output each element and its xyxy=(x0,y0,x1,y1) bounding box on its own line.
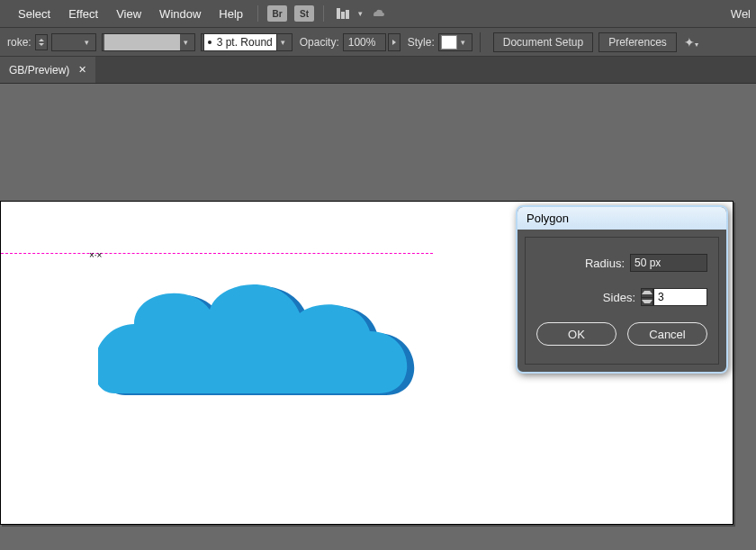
opacity-combo[interactable]: 100% xyxy=(343,33,386,51)
menu-help[interactable]: Help xyxy=(210,7,252,21)
brush-definition-combo[interactable]: 3 pt. Round ▾ xyxy=(201,33,292,51)
preferences-button[interactable]: Preferences xyxy=(598,32,677,52)
stroke-label: roke: xyxy=(7,36,32,49)
menu-window[interactable]: Window xyxy=(150,7,210,21)
sides-row: Sides: xyxy=(536,288,707,306)
brush-display: 3 pt. Round xyxy=(203,33,277,51)
variable-width-profile-combo[interactable]: ▾ xyxy=(102,33,195,51)
menu-select[interactable]: Select xyxy=(9,7,59,21)
radius-input[interactable] xyxy=(630,254,707,272)
menu-effect[interactable]: Effect xyxy=(59,7,107,21)
dialog-titlebar[interactable]: Polygon xyxy=(518,207,726,230)
menu-separator xyxy=(257,5,258,22)
radius-row: Radius: xyxy=(536,254,707,272)
control-separator xyxy=(480,32,481,52)
dialog-buttons: OK Cancel xyxy=(536,322,707,346)
sides-input[interactable] xyxy=(653,288,707,306)
stepper-down-icon[interactable] xyxy=(642,298,652,306)
stroke-weight-stepper[interactable] xyxy=(35,34,48,50)
style-label: Style: xyxy=(408,36,435,49)
cloud-artwork[interactable] xyxy=(98,247,426,400)
document-tab[interactable]: GB/Preview) ✕ xyxy=(0,57,95,83)
stepper-up-icon[interactable] xyxy=(642,289,652,298)
stock-icon[interactable]: St xyxy=(294,5,314,22)
close-tab-icon[interactable]: ✕ xyxy=(78,64,86,76)
main-menubar: Select Effect View Window Help Br St ▾ W… xyxy=(0,0,756,27)
control-bar: roke: ▾ ▾ 3 pt. Round ▾ Opacity: 100% St… xyxy=(0,27,756,57)
polygon-dialog: Polygon Radius: Sides: OK Cancel xyxy=(516,205,728,374)
chevron-down-icon[interactable]: ▾ xyxy=(358,9,363,18)
sides-label: Sides: xyxy=(603,291,635,304)
dialog-body: Radius: Sides: OK Cancel xyxy=(525,237,719,365)
opacity-label: Opacity: xyxy=(300,36,339,49)
menu-separator-2 xyxy=(323,5,324,22)
graphic-style-combo[interactable]: ▾ xyxy=(438,33,472,51)
cancel-button[interactable]: Cancel xyxy=(627,322,707,346)
workspace-switcher[interactable]: Wel xyxy=(725,7,756,21)
document-setup-button[interactable]: Document Setup xyxy=(493,32,593,52)
document-tab-title: GB/Preview) xyxy=(9,64,69,77)
bridge-icon[interactable]: Br xyxy=(267,5,287,22)
ok-button[interactable]: OK xyxy=(536,322,616,346)
document-tab-strip: GB/Preview) ✕ xyxy=(0,57,756,84)
align-flyout-icon[interactable]: ✦▾ xyxy=(684,35,698,50)
stroke-weight-combo[interactable]: ▾ xyxy=(51,33,96,51)
gpu-preview-icon[interactable] xyxy=(370,7,386,20)
sides-stepper[interactable] xyxy=(641,288,653,306)
arrange-documents-icon[interactable] xyxy=(337,8,349,19)
profile-swatch xyxy=(104,34,180,50)
opacity-expand-icon[interactable] xyxy=(388,33,400,51)
menu-view[interactable]: View xyxy=(107,7,150,21)
radius-label: Radius: xyxy=(585,257,625,270)
